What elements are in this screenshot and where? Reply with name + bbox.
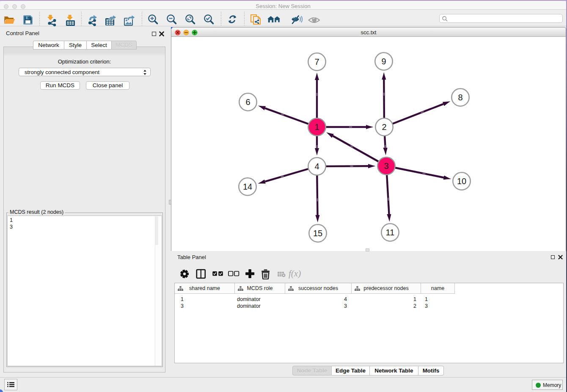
svg-text:7: 7 xyxy=(314,57,319,66)
svg-text:4: 4 xyxy=(314,162,319,171)
svg-text:9: 9 xyxy=(381,57,386,66)
svg-text:6: 6 xyxy=(245,97,250,107)
svg-text:10: 10 xyxy=(457,177,466,186)
svg-text:15: 15 xyxy=(313,229,322,238)
svg-text:14: 14 xyxy=(243,182,252,191)
svg-text:8: 8 xyxy=(458,93,462,102)
svg-text:1: 1 xyxy=(314,122,319,132)
svg-text:3: 3 xyxy=(384,161,388,171)
svg-text:11: 11 xyxy=(386,228,395,237)
svg-text:f(x): f(x) xyxy=(289,268,301,279)
svg-text:2: 2 xyxy=(382,122,386,132)
